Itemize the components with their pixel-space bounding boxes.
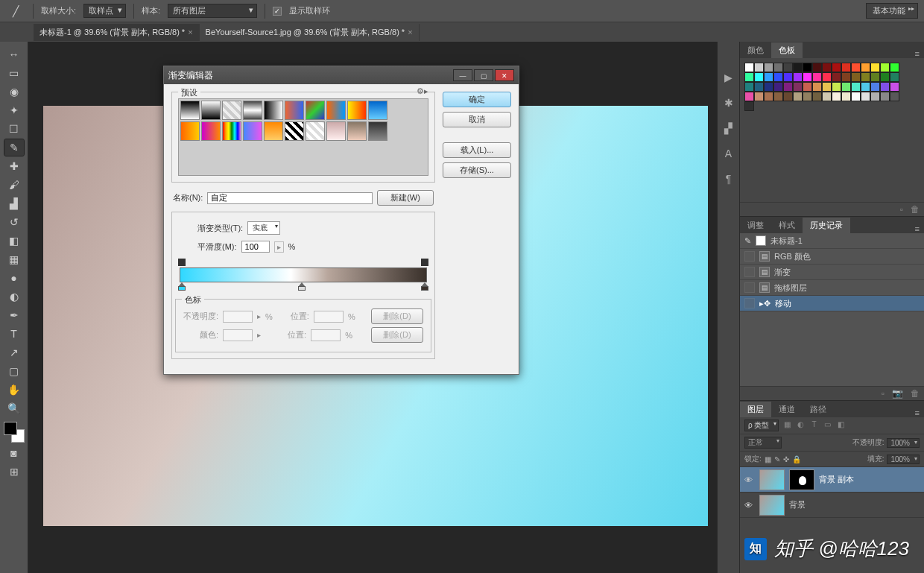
dodge-tool-icon[interactable]: ◐ [4,288,24,305]
screenmode-icon[interactable]: ⊞ [4,463,24,480]
trash-icon[interactable]: 🗑 [911,204,920,215]
history-step[interactable]: ▸✥移动 [740,296,924,311]
smoothness-input[interactable] [241,241,270,253]
swatch[interactable] [880,92,890,101]
tab-swatches[interactable]: 色板 [771,42,803,58]
swatch[interactable] [783,82,793,92]
save-button[interactable]: 存储(S)... [443,162,511,178]
quickmask-icon[interactable]: ◙ [4,445,24,461]
tab-color[interactable]: 颜色 [740,42,771,58]
minimize-button[interactable]: — [453,69,472,81]
position-input[interactable] [314,311,344,323]
marquee-tool-icon[interactable]: ▭ [4,65,24,81]
dialog-titlebar[interactable]: 渐变编辑器 — ▢ ✕ [164,66,519,84]
swatch[interactable] [861,63,870,72]
swatch[interactable] [832,82,841,92]
swatch[interactable] [754,72,764,82]
swatch[interactable] [764,92,773,101]
swatch[interactable] [870,63,880,72]
layer-thumbnail[interactable] [759,469,785,490]
gradient-preset[interactable] [222,101,241,120]
swatch[interactable] [822,82,832,92]
swatch[interactable] [812,63,822,72]
layer-thumbnail[interactable] [759,495,785,516]
lasso-tool-icon[interactable]: ◉ [4,83,24,100]
swatch[interactable] [832,63,841,72]
swatch[interactable] [783,63,793,72]
close-icon[interactable]: × [408,28,412,37]
layer-filter-dropdown[interactable]: ρ 类型 [744,420,779,431]
gradient-preset[interactable] [368,101,387,120]
lock-paint-icon[interactable]: ✎ [774,455,780,463]
gradient-preset[interactable] [264,121,283,141]
visibility-icon[interactable]: 👁 [744,501,755,510]
tab-paths[interactable]: 路径 [803,402,834,417]
filter-smart-icon[interactable]: ◧ [835,420,846,431]
swatch[interactable] [841,82,851,92]
trash-icon[interactable]: 🗑 [911,388,920,399]
swatch[interactable] [890,92,899,101]
swatch[interactable] [880,72,890,82]
close-button[interactable]: ✕ [495,69,514,81]
swatch[interactable] [803,82,812,92]
zoom-tool-icon[interactable]: 🔍 [4,400,24,417]
swatch[interactable] [783,92,793,101]
opacity-value[interactable]: 100% [887,438,920,448]
gradient-preset[interactable] [326,121,346,141]
swatch[interactable] [754,82,764,92]
gradient-preset[interactable] [326,101,346,120]
hand-tool-icon[interactable]: ✋ [4,382,24,398]
filter-adjust-icon[interactable]: ◐ [795,420,806,431]
swatch[interactable] [861,92,870,101]
swatch[interactable] [812,82,822,92]
sample-layers-dropdown[interactable]: 所有图层 [168,4,257,18]
gradient-preset[interactable] [201,101,221,120]
panel-menu-icon[interactable]: ≡ [911,49,924,58]
swatch[interactable] [754,63,764,72]
eyedropper-tool-icon[interactable]: ✎ [4,139,24,156]
swatch[interactable] [890,72,899,82]
gradient-preset[interactable] [368,121,387,141]
document-tab[interactable]: BeYourself-Source1.jpg @ 39.6% (背景 副本, R… [200,24,420,41]
workspace-switcher[interactable]: 基本功能 [866,3,918,19]
swatch[interactable] [870,82,880,92]
history-snapshot[interactable]: ✎未标题-1 [740,233,924,249]
gradient-preset[interactable] [285,121,304,141]
swatch[interactable] [793,72,803,82]
swatch[interactable] [744,92,754,101]
gradient-preset[interactable] [180,101,200,120]
maximize-button[interactable]: ▢ [474,69,493,81]
swatch[interactable] [870,72,880,82]
crop-tool-icon[interactable]: ☐ [4,121,24,137]
filter-image-icon[interactable]: ▦ [782,420,792,431]
gradient-preset[interactable] [243,101,262,120]
gradient-preset[interactable] [347,121,367,141]
swatch[interactable] [832,72,841,82]
color-stop[interactable] [178,282,186,291]
stepper-icon[interactable]: ▸ [274,241,284,253]
paragraph-panel-icon[interactable]: ¶ [726,173,732,185]
fill-value[interactable]: 100% [887,455,920,464]
move-tool-icon[interactable]: ↔ [4,46,24,63]
opacity-stop[interactable] [421,259,428,266]
gradient-preset[interactable] [285,101,304,120]
swatch[interactable] [793,63,803,72]
swatch[interactable] [793,82,803,92]
swatch[interactable] [832,92,841,101]
pen-tool-icon[interactable]: ✒ [4,307,24,323]
gradient-preset[interactable] [306,101,325,120]
swatch[interactable] [861,82,870,92]
new-button[interactable]: 新建(W) [377,190,434,206]
swatch[interactable] [812,92,822,101]
heal-tool-icon[interactable]: ✚ [4,158,24,174]
swatch[interactable] [880,82,890,92]
history-brush-icon[interactable]: ↺ [4,214,24,230]
swatch[interactable] [773,82,783,92]
filter-shape-icon[interactable]: ▭ [822,420,832,431]
tab-adjust[interactable]: 调整 [740,218,771,233]
play-icon[interactable]: ▶ [724,72,732,83]
gradient-preset[interactable] [347,101,367,120]
camera-icon[interactable]: 📷 [892,388,903,399]
lock-all-icon[interactable]: 🔒 [792,455,801,463]
history-step[interactable]: ▤拖移图层 [740,280,924,296]
